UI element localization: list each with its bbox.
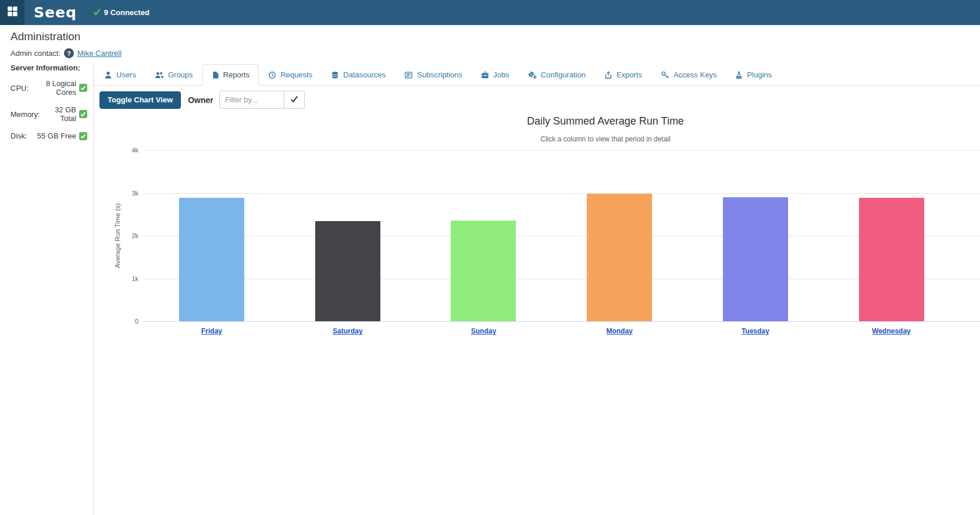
owner-filter-group: [219, 91, 305, 109]
x-label-tuesday[interactable]: Tuesday: [703, 327, 808, 335]
bar-tuesday[interactable]: [723, 197, 788, 321]
tab-label: Configuration: [541, 70, 586, 79]
file-icon: [212, 71, 219, 79]
apply-filter-button[interactable]: [284, 91, 305, 109]
chart-title: Daily Summed Average Run Time: [94, 115, 980, 127]
tab-label: Plugins: [747, 70, 772, 79]
check-icon: [290, 95, 298, 105]
server-info-label: CPU:: [10, 84, 28, 93]
briefcase-icon: [481, 71, 489, 79]
history-icon: [268, 71, 276, 79]
report-toolbar: Toggle Chart View Owner: [99, 91, 980, 109]
admin-contact-row: Admin contact: ? Mike Cantrell: [10, 48, 980, 58]
server-info-value: 55 GB Free: [37, 132, 76, 140]
tab-configuration[interactable]: Configuration: [519, 64, 595, 86]
x-label-saturday[interactable]: Saturday: [295, 327, 400, 335]
check-icon: [79, 110, 87, 118]
tab-label: Subscriptions: [417, 70, 462, 79]
tab-requests[interactable]: Requests: [259, 64, 322, 86]
chart-plot-area: [144, 150, 980, 321]
server-info-row: Disk:55 GB Free: [10, 132, 87, 140]
grid-icon: [7, 6, 18, 19]
admin-contact-link[interactable]: Mike Cantrell: [77, 49, 122, 58]
server-info-value: 8 Logical Cores: [28, 79, 76, 97]
toggle-chart-view-button[interactable]: Toggle Chart View: [99, 91, 181, 109]
y-tick-label: 1k: [98, 275, 138, 282]
owner-filter-input[interactable]: [219, 91, 284, 109]
tab-datasources[interactable]: Datasources: [322, 64, 395, 86]
x-axis-line: [144, 321, 980, 322]
x-label-monday[interactable]: Monday: [567, 327, 672, 335]
server-info-sidebar: Server Information: CPU:8 Logical CoresM…: [0, 62, 94, 515]
check-icon: [79, 132, 87, 140]
page-header: Administration Admin contact: ? Mike Can…: [0, 25, 980, 58]
admin-content: UsersGroupsReportsRequestsDatasourcesSub…: [94, 62, 980, 515]
server-info-row: Memory:32 GB Total: [10, 105, 87, 123]
y-tick-label: 4k: [98, 147, 138, 154]
bar-sunday[interactable]: [451, 221, 516, 321]
gridline: [144, 236, 980, 236]
app-switcher-button[interactable]: [0, 0, 24, 25]
y-tick-label: 0: [98, 318, 138, 325]
server-info-label: Disk:: [10, 132, 27, 140]
y-tick-label: 3k: [98, 190, 138, 197]
tab-label: Datasources: [343, 70, 386, 79]
admin-tabs: UsersGroupsReportsRequestsDatasourcesSub…: [94, 62, 980, 86]
check-icon: [79, 84, 87, 92]
bar-saturday[interactable]: [315, 221, 380, 321]
connection-status-label: 9 Connected: [104, 8, 149, 17]
admin-contact-label: Admin contact:: [10, 49, 60, 58]
subscriptions-icon: [404, 71, 413, 79]
tab-groups[interactable]: Groups: [145, 64, 202, 86]
gridline: [144, 150, 980, 151]
key-icon: [661, 71, 669, 79]
tab-label: Requests: [280, 70, 312, 79]
tab-label: Users: [116, 70, 136, 79]
owner-filter-label: Owner: [188, 95, 213, 105]
flask-icon: [735, 71, 743, 79]
group-icon: [155, 71, 164, 79]
check-icon: [93, 8, 101, 17]
tab-exports[interactable]: Exports: [595, 64, 651, 86]
x-label-wednesday[interactable]: Wednesday: [839, 327, 944, 335]
tab-plugins[interactable]: Plugins: [726, 64, 781, 86]
page-title: Administration: [10, 30, 980, 43]
bar-wednesday[interactable]: [859, 198, 924, 321]
bar-friday[interactable]: [179, 198, 244, 321]
export-icon: [604, 71, 612, 79]
main-layout: Server Information: CPU:8 Logical CoresM…: [0, 62, 980, 515]
server-info-row: CPU:8 Logical Cores: [10, 79, 87, 97]
top-navigation-bar: Seeq 9 Connected: [0, 0, 980, 25]
gridline: [144, 279, 980, 279]
connection-status[interactable]: 9 Connected: [93, 8, 149, 17]
gridline: [144, 193, 980, 194]
gears-icon: [528, 71, 537, 79]
x-label-friday[interactable]: Friday: [159, 327, 264, 335]
tab-subscriptions[interactable]: Subscriptions: [395, 64, 472, 86]
tab-jobs[interactable]: Jobs: [472, 64, 518, 86]
y-tick-label: 2k: [98, 232, 138, 239]
user-icon: [104, 71, 112, 79]
chart-subtitle: Click a column to view that period in de…: [94, 135, 980, 143]
server-info-label: Memory:: [10, 110, 40, 119]
database-icon: [331, 71, 339, 79]
help-icon[interactable]: ?: [64, 48, 74, 58]
tab-access-keys[interactable]: Access Keys: [651, 64, 726, 86]
x-label-sunday[interactable]: Sunday: [431, 327, 536, 335]
seeq-logo[interactable]: Seeq: [34, 4, 77, 21]
server-info-title: Server Information:: [10, 63, 87, 72]
tab-users[interactable]: Users: [95, 64, 145, 86]
run-time-bar-chart: Daily Summed Average Run Time Click a co…: [94, 109, 980, 356]
tab-label: Groups: [168, 70, 193, 79]
tab-label: Reports: [223, 70, 250, 79]
server-info-list: CPU:8 Logical CoresMemory:32 GB TotalDis…: [10, 79, 87, 140]
tab-reports[interactable]: Reports: [202, 64, 259, 86]
tab-label: Jobs: [493, 70, 509, 79]
bar-monday[interactable]: [587, 194, 652, 321]
server-info-value: 32 GB Total: [40, 105, 76, 123]
tab-label: Exports: [616, 70, 642, 79]
tab-label: Access Keys: [673, 70, 717, 79]
